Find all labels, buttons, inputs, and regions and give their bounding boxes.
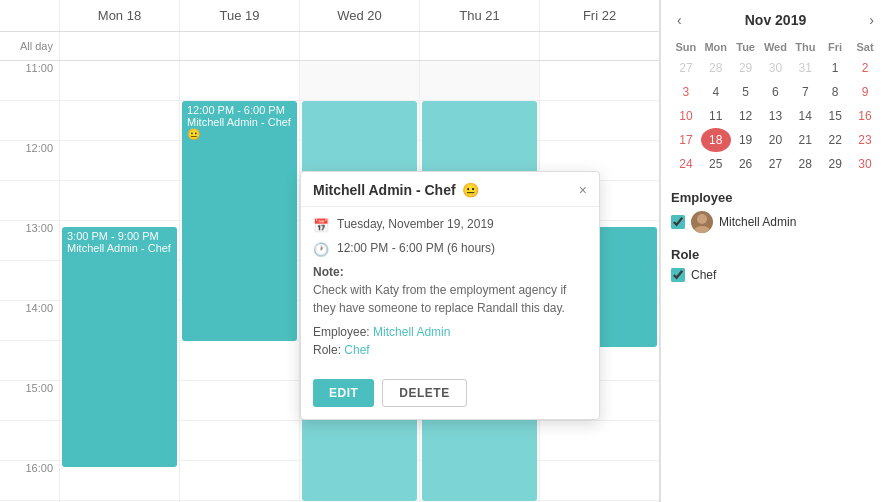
role-checkbox[interactable]: [671, 268, 685, 282]
hour-tue-9: [180, 381, 299, 421]
event-tue-1[interactable]: 12:00 PM - 6:00 PM Mitchell Admin - Chef…: [182, 101, 297, 341]
mini-calendar-title: Nov 2019: [745, 12, 806, 28]
role-filter: Role Chef: [671, 247, 880, 282]
time-slot-half5: [0, 421, 60, 461]
mini-cal-day[interactable]: 15: [820, 104, 850, 128]
mini-cal-day[interactable]: 23: [850, 128, 880, 152]
hour-mon-2: [60, 101, 179, 141]
mini-cal-day[interactable]: 3: [671, 80, 701, 104]
time-slot-half3: [0, 261, 60, 301]
mini-cal-day[interactable]: 10: [671, 104, 701, 128]
time-gutter-header: [0, 0, 60, 31]
mini-cal-day[interactable]: 16: [850, 104, 880, 128]
mini-cal-day[interactable]: 5: [731, 80, 761, 104]
mini-cal-day[interactable]: 13: [761, 104, 791, 128]
mini-cal-day[interactable]: 30: [761, 56, 791, 80]
mini-cal-day[interactable]: 29: [731, 56, 761, 80]
popup-emoji: 😐: [462, 182, 479, 198]
mini-cal-day[interactable]: 22: [820, 128, 850, 152]
mini-cal-day[interactable]: 31: [790, 56, 820, 80]
prev-month-button[interactable]: ‹: [671, 10, 688, 30]
calendar-wrapper: Mon 18 Tue 19 Wed 20 Thu 21 Fri 22 All d…: [0, 0, 660, 502]
employee-checkbox[interactable]: [671, 215, 685, 229]
hour-tue-1: [180, 61, 299, 101]
mini-cal-day[interactable]: 4: [701, 80, 731, 104]
allday-label: All day: [0, 32, 60, 60]
event-popup: Mitchell Admin - Chef 😐 × 📅 Tuesday, Nov…: [300, 171, 600, 420]
day-header-tue-mini: Tue: [731, 38, 761, 56]
day-col-tue: 12:00 PM - 6:00 PM Mitchell Admin - Chef…: [180, 61, 300, 502]
role-link[interactable]: Chef: [344, 343, 369, 357]
employee-link[interactable]: Mitchell Admin: [373, 325, 450, 339]
calendar-section: Mon 18 Tue 19 Wed 20 Thu 21 Fri 22 All d…: [0, 0, 660, 502]
mini-cal-day[interactable]: 20: [761, 128, 791, 152]
employee-filter: Employee Mitchell Admin: [671, 190, 880, 233]
employee-avatar: [691, 211, 713, 233]
mini-cal-day[interactable]: 17: [671, 128, 701, 152]
mini-cal-day[interactable]: 2: [850, 56, 880, 80]
hour-mon-11: [60, 461, 179, 501]
mini-cal-day[interactable]: 30: [850, 152, 880, 176]
allday-cell-tue: [180, 32, 300, 60]
day-col-mon: 3:00 PM - 9:00 PM Mitchell Admin - Chef: [60, 61, 180, 502]
popup-actions: EDIT DELETE: [301, 371, 599, 419]
mini-cal-day[interactable]: 14: [790, 104, 820, 128]
employee-filter-item: Mitchell Admin: [671, 211, 880, 233]
popup-role: Role: Chef: [313, 343, 587, 357]
mini-cal-day[interactable]: 28: [790, 152, 820, 176]
popup-employee: Employee: Mitchell Admin: [313, 325, 587, 339]
hour-fri-11: [540, 461, 659, 501]
hour-mon-1: [60, 61, 179, 101]
mini-cal-day[interactable]: 26: [731, 152, 761, 176]
day-header-thu-mini: Thu: [790, 38, 820, 56]
mini-calendar-header: ‹ Nov 2019 ›: [671, 10, 880, 30]
time-slot-half2: [0, 181, 60, 221]
day-header-sat-mini: Sat: [850, 38, 880, 56]
mini-cal-day[interactable]: 6: [761, 80, 791, 104]
hour-fri-10: [540, 421, 659, 461]
time-slot-1300: 13:00: [0, 221, 60, 261]
day-header-thu: Thu 21: [420, 0, 540, 31]
hour-tue-8: [180, 341, 299, 381]
popup-close-button[interactable]: ×: [579, 182, 587, 198]
mini-cal-day[interactable]: 12: [731, 104, 761, 128]
next-month-button[interactable]: ›: [863, 10, 880, 30]
day-header-tue: Tue 19: [180, 0, 300, 31]
mini-cal-day[interactable]: 8: [820, 80, 850, 104]
time-slot-1400: 14:00: [0, 301, 60, 341]
hour-mon-3: [60, 141, 179, 181]
time-slot-1500: 15:00: [0, 381, 60, 421]
mini-calendar: ‹ Nov 2019 › Sun Mon Tue Wed Thu Fri Sat: [671, 10, 880, 176]
allday-cell-wed: [300, 32, 420, 60]
mini-cal-day[interactable]: 7: [790, 80, 820, 104]
mini-cal-day[interactable]: 18: [701, 128, 731, 152]
day-header-fri-mini: Fri: [820, 38, 850, 56]
time-slot-half4: [0, 341, 60, 381]
edit-button[interactable]: EDIT: [313, 379, 374, 407]
mini-cal-day[interactable]: 27: [761, 152, 791, 176]
mini-cal-day[interactable]: 1: [820, 56, 850, 80]
mini-cal-day[interactable]: 28: [701, 56, 731, 80]
allday-cell-thu: [420, 32, 540, 60]
clock-icon: 🕐: [313, 242, 329, 257]
mini-cal-day[interactable]: 29: [820, 152, 850, 176]
event-mon-1[interactable]: 3:00 PM - 9:00 PM Mitchell Admin - Chef: [62, 227, 177, 467]
mini-cal-day[interactable]: 11: [701, 104, 731, 128]
time-slot-half1: [0, 101, 60, 141]
hour-fri-2: [540, 101, 659, 141]
employee-label: Mitchell Admin: [719, 215, 796, 229]
mini-cal-day[interactable]: 24: [671, 152, 701, 176]
mini-cal-day[interactable]: 9: [850, 80, 880, 104]
time-slot-1200: 12:00: [0, 141, 60, 181]
sidebar: ‹ Nov 2019 › Sun Mon Tue Wed Thu Fri Sat: [660, 0, 890, 502]
role-label: Chef: [691, 268, 716, 282]
popup-title: Mitchell Admin - Chef 😐: [313, 182, 479, 198]
mini-cal-day[interactable]: 27: [671, 56, 701, 80]
role-filter-item: Chef: [671, 268, 880, 282]
mini-cal-day[interactable]: 21: [790, 128, 820, 152]
mini-cal-day[interactable]: 25: [701, 152, 731, 176]
svg-point-0: [697, 214, 707, 224]
role-filter-title: Role: [671, 247, 880, 262]
delete-button[interactable]: DELETE: [382, 379, 466, 407]
mini-cal-day[interactable]: 19: [731, 128, 761, 152]
